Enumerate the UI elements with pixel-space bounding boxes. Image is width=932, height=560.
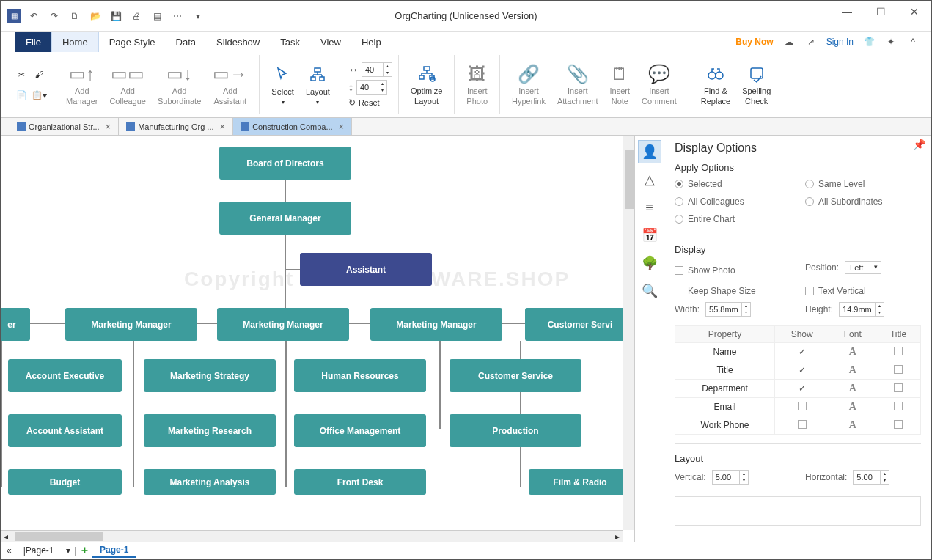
position-select[interactable]: Left: [845, 261, 881, 274]
font-button[interactable]: A: [829, 380, 876, 398]
open-button[interactable]: 📂: [87, 8, 103, 24]
title-checkbox[interactable]: [876, 343, 921, 361]
check-text-vertical[interactable]: Text Vertical: [805, 286, 921, 296]
save-button[interactable]: 💾: [108, 8, 124, 24]
page-nav-first[interactable]: «: [7, 545, 12, 556]
show-checkbox[interactable]: ✓: [775, 361, 829, 380]
show-checkbox[interactable]: ✓: [775, 380, 829, 398]
panel-tab-theme[interactable]: △: [638, 168, 661, 191]
org-node[interactable]: Production: [450, 414, 581, 447]
panel-tab-display[interactable]: 👤: [638, 140, 661, 163]
minimize-button[interactable]: —: [830, 1, 864, 23]
menu-task[interactable]: Task: [270, 32, 310, 52]
insert-comment-button[interactable]: 💬Insert Comment: [636, 60, 683, 108]
font-button[interactable]: A: [829, 416, 876, 435]
title-checkbox[interactable]: [876, 361, 921, 380]
undo-button[interactable]: ↶: [26, 8, 42, 24]
share-icon[interactable]: ↗: [804, 35, 818, 48]
palette-icon[interactable]: ✦: [884, 35, 898, 48]
radio-entire-chart[interactable]: Entire Chart: [675, 214, 790, 224]
page-tab-1[interactable]: Page-1: [92, 543, 136, 558]
radio-same-level[interactable]: Same Level: [805, 179, 921, 189]
org-node[interactable]: Marketing Manager: [217, 308, 349, 341]
canvas[interactable]: Copyright © THESOFTWARE.SHOP Board of Di…: [1, 136, 634, 542]
radio-all-colleagues[interactable]: All Colleagues: [675, 196, 790, 207]
panel-tab-tree[interactable]: 🌳: [638, 251, 661, 275]
insert-photo-button[interactable]: 🖼Insert Photo: [461, 60, 493, 108]
org-node[interactable]: Budget: [8, 469, 122, 495]
find-replace-button[interactable]: Find & Replace: [695, 60, 736, 108]
add-subordinate-button[interactable]: ▭↓Add Subordinate: [152, 60, 207, 108]
show-checkbox[interactable]: ✓: [775, 343, 829, 361]
org-node[interactable]: Customer Servi: [525, 308, 634, 341]
panel-tab-calendar[interactable]: 📅: [638, 224, 661, 247]
font-button[interactable]: A: [829, 361, 876, 380]
menu-slideshow[interactable]: Slideshow: [206, 32, 270, 52]
vertical-input[interactable]: 5.00▴▾: [712, 470, 749, 485]
format-painter-button[interactable]: 🖌: [30, 66, 48, 84]
paste-button[interactable]: 📋▾: [30, 86, 48, 104]
org-node[interactable]: Account Assistant: [8, 414, 122, 447]
show-checkbox[interactable]: [775, 416, 829, 435]
menu-home[interactable]: Home: [51, 32, 99, 52]
menu-page-style[interactable]: Page Style: [99, 32, 166, 52]
overflow-button[interactable]: ▾: [190, 8, 206, 24]
org-node[interactable]: Marketing Manager: [65, 308, 197, 341]
cloud-icon[interactable]: ☁: [782, 35, 796, 48]
close-tab-icon[interactable]: ×: [220, 121, 226, 132]
reset-spacing-button[interactable]: ↻Reset: [348, 97, 392, 108]
export-button[interactable]: ▤: [149, 8, 165, 24]
more-qat-button[interactable]: ⋯: [169, 8, 186, 24]
layout-button[interactable]: Layout▾: [300, 61, 336, 108]
buy-now-link[interactable]: Buy Now: [735, 37, 773, 47]
vertical-scrollbar[interactable]: [623, 136, 634, 530]
org-node[interactable]: General Manager: [219, 202, 351, 235]
doc-tab-2[interactable]: Construction Compa...×: [233, 118, 352, 135]
insert-hyperlink-button[interactable]: 🔗Insert Hyperlink: [506, 60, 551, 108]
height-input[interactable]: 14.9mm▴▾: [839, 302, 884, 317]
v-spacing-input[interactable]: 40▴▾: [356, 80, 387, 95]
title-checkbox[interactable]: [876, 416, 921, 435]
h-spacing-input[interactable]: 40▴▾: [362, 62, 392, 77]
org-node[interactable]: Marketing Strategy: [144, 359, 276, 392]
panel-tab-search[interactable]: 🔍: [638, 279, 661, 303]
title-checkbox[interactable]: [876, 398, 921, 416]
org-node[interactable]: Marketing Analysis: [144, 469, 276, 495]
page-dropdown[interactable]: ▾: [66, 545, 70, 556]
org-node[interactable]: Marketing Research: [144, 414, 276, 447]
org-node[interactable]: Front Desk: [294, 469, 426, 495]
insert-attachment-button[interactable]: 📎Insert Attachment: [551, 60, 604, 108]
org-node[interactable]: Film & Radio: [529, 469, 631, 495]
shirt-icon[interactable]: 👕: [862, 35, 876, 48]
width-input[interactable]: 55.8mm▴▾: [705, 302, 751, 317]
show-checkbox[interactable]: [775, 398, 829, 416]
collapse-ribbon-icon[interactable]: ^: [906, 35, 920, 48]
add-page-button[interactable]: +: [81, 544, 88, 557]
check-keep-shape[interactable]: Keep Shape Size: [675, 286, 790, 296]
org-node[interactable]: Human Resources: [294, 359, 426, 392]
org-node[interactable]: Board of Directors: [219, 147, 351, 180]
org-node[interactable]: Account Executive: [8, 359, 122, 392]
check-show-photo[interactable]: Show Photo: [675, 265, 790, 276]
new-button[interactable]: 🗋: [67, 8, 83, 24]
optimize-layout-button[interactable]: Optimize Layout: [405, 60, 448, 108]
close-button[interactable]: ✕: [898, 1, 931, 23]
menu-file[interactable]: File: [15, 32, 51, 52]
add-colleague-button[interactable]: ▭▭Add Colleague: [103, 60, 152, 108]
redo-button[interactable]: ↷: [46, 8, 62, 24]
menu-view[interactable]: View: [310, 32, 351, 52]
font-button[interactable]: A: [829, 343, 876, 361]
select-button[interactable]: Select▾: [265, 61, 300, 108]
sign-in-link[interactable]: Sign In: [826, 37, 854, 47]
insert-note-button[interactable]: 🗒Insert Note: [604, 60, 636, 108]
close-tab-icon[interactable]: ×: [106, 121, 111, 132]
menu-data[interactable]: Data: [166, 32, 206, 52]
pin-icon[interactable]: 📌: [913, 139, 925, 150]
radio-all-subordinates[interactable]: All Subordinates: [805, 196, 921, 207]
close-tab-icon[interactable]: ×: [339, 121, 345, 132]
add-assistant-button[interactable]: ▭→Add Assistant: [207, 60, 253, 108]
org-node[interactable]: Office Management: [294, 414, 426, 447]
add-manager-button[interactable]: ▭↑Add Manager: [60, 60, 103, 108]
horizontal-input[interactable]: 5.00▴▾: [853, 470, 889, 485]
menu-help[interactable]: Help: [351, 32, 392, 52]
